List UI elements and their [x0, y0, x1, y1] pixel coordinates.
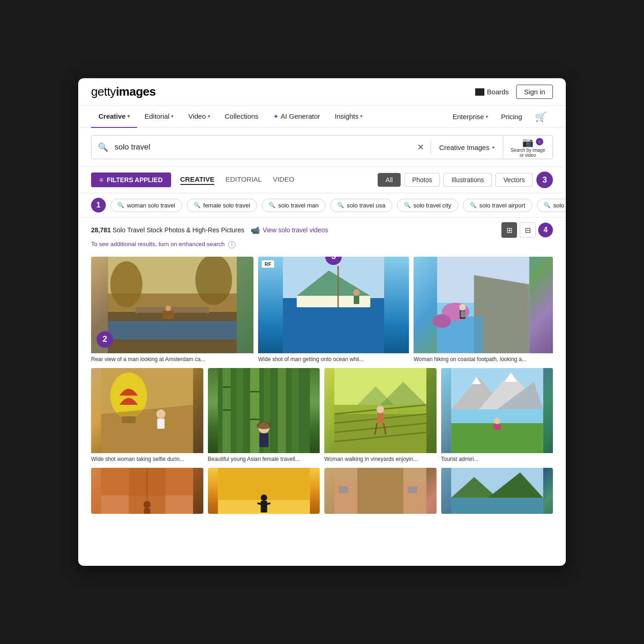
- chip-label: solo travel city: [414, 202, 451, 209]
- image-grid: 2 Rear view of a man looking at Amsterda…: [78, 252, 566, 528]
- camera-icon: 📷: [522, 137, 534, 148]
- nav-pricing-label: Pricing: [501, 113, 522, 121]
- filter-tab-creative[interactable]: CREATIVE: [180, 175, 215, 185]
- search-by-image-button[interactable]: ↑ 📷 Search by imageor video: [503, 135, 552, 159]
- notification-badge: ↑: [536, 138, 543, 145]
- grid-view-button[interactable]: ⊞: [501, 222, 517, 238]
- image-balloon[interactable]: Wide shot woman taking selfie durin...: [91, 368, 203, 463]
- suggestion-solo-travel-city[interactable]: 🔍 solo travel city: [397, 199, 458, 212]
- nav-insights[interactable]: Insights ▾: [328, 106, 370, 128]
- chevron-down-icon: ▾: [360, 114, 362, 119]
- suggestion-female-solo-travel[interactable]: 🔍 female solo travel: [187, 199, 257, 212]
- nav-ai-generator[interactable]: ✦ AI Generator: [266, 106, 328, 128]
- filter-tab-editorial[interactable]: EDITORIAL: [225, 175, 262, 185]
- image-alley[interactable]: [324, 468, 437, 514]
- image-boat[interactable]: RF 5 Similar images 🛒 + Save Wide shot o…: [258, 257, 409, 363]
- svg-rect-77: [260, 501, 267, 512]
- svg-point-44: [256, 422, 271, 429]
- street-svg: [91, 468, 203, 514]
- nav-editorial[interactable]: Editorial ▾: [137, 106, 181, 128]
- image-silhouette[interactable]: [208, 468, 320, 514]
- search-input[interactable]: [115, 143, 411, 152]
- info-icon[interactable]: i: [228, 241, 236, 248]
- image-row-2: Wide shot woman taking selfie durin...: [91, 368, 553, 463]
- silhouette-svg: [208, 468, 320, 514]
- chip-label: woman solo travel: [127, 202, 175, 209]
- type-all-button[interactable]: All: [378, 173, 401, 187]
- nav-pricing[interactable]: Pricing: [494, 106, 529, 128]
- image-coastal[interactable]: Woman hiking on coastal footpath, lookin…: [414, 257, 553, 363]
- enhanced-search-bar: To see additional results, turn on enhan…: [78, 240, 566, 252]
- signin-button[interactable]: Sign in: [516, 85, 553, 99]
- svg-rect-5: [108, 321, 237, 339]
- image-mountains[interactable]: Tourist admiri...: [441, 368, 553, 463]
- nav-creative[interactable]: Creative ▾: [91, 106, 137, 128]
- search-type-dropdown[interactable]: Creative Images ▾: [431, 144, 503, 151]
- image-amsterdam[interactable]: 2 Rear view of a man looking at Amsterda…: [91, 257, 253, 363]
- logo-bold: images: [116, 85, 156, 98]
- svg-rect-84: [339, 486, 348, 493]
- nav-video[interactable]: Video ▾: [181, 106, 217, 128]
- search-icon: 🔍: [337, 202, 344, 208]
- svg-rect-37: [277, 368, 286, 453]
- svg-rect-40: [222, 409, 230, 411]
- image-street[interactable]: [91, 468, 203, 514]
- type-filters: All Photos Illustrations Vectors 3: [378, 172, 553, 188]
- caption-boat: Wide shot of man getting onto ocean whil…: [258, 353, 409, 363]
- chevron-down-icon: ▾: [492, 145, 494, 150]
- type-photos-button[interactable]: Photos: [404, 173, 440, 187]
- results-count: 28,781 Solo Travel Stock Photos & High-R…: [91, 226, 244, 234]
- vineyard-svg: [324, 368, 437, 453]
- svg-rect-26: [461, 311, 466, 317]
- search-bar: 🔍 ✕ Creative Images ▾ ↑ 📷 Search by imag…: [91, 135, 553, 159]
- suggestion-solo-travel-man[interactable]: 🔍 solo travel man: [262, 199, 326, 212]
- image-vineyard[interactable]: Woman walking in vineyards enjoyin...: [324, 368, 437, 463]
- coastal-svg: [414, 257, 553, 353]
- svg-rect-81: [357, 468, 403, 514]
- svg-rect-41: [250, 391, 259, 392]
- annotation-4: 4: [538, 223, 553, 237]
- bamboo-svg: [208, 368, 320, 453]
- svg-rect-35: [250, 368, 259, 453]
- type-vectors-button[interactable]: Vectors: [495, 173, 533, 187]
- image-lake[interactable]: [441, 468, 553, 514]
- search-by-image-label: Search by imageor video: [511, 148, 545, 158]
- type-illustrations-button[interactable]: Illustrations: [443, 173, 492, 187]
- boards-label: Boards: [487, 88, 509, 96]
- search-icon: 🔍: [117, 202, 124, 208]
- annotation-3: 3: [536, 172, 553, 188]
- similar-images-button[interactable]: Similar images: [264, 343, 303, 350]
- chevron-down-icon: ▾: [127, 114, 130, 119]
- suggestion-solo-travel-airport[interactable]: 🔍 solo travel airport: [463, 199, 532, 212]
- nav-collections[interactable]: Collections: [218, 106, 266, 128]
- svg-point-30: [156, 409, 166, 419]
- cart-icon: 🛒: [535, 111, 546, 122]
- filter-tab-video[interactable]: VIDEO: [273, 175, 294, 185]
- enhanced-search-link[interactable]: To see additional results, turn on enhan…: [91, 241, 225, 247]
- save-label: + Save: [385, 343, 403, 350]
- suggestion-solo-travel[interactable]: 🔍 solo travel: [537, 199, 566, 212]
- svg-rect-39: [222, 386, 230, 388]
- caption-mountains: Tourist admiri...: [441, 453, 553, 463]
- chevron-down-icon: ▾: [208, 114, 210, 119]
- nav-video-label: Video: [188, 112, 206, 120]
- caption-coastal: Woman hiking on coastal footpath, lookin…: [414, 353, 553, 363]
- search-section: 🔍 ✕ Creative Images ▾ ↑ 📷 Search by imag…: [78, 128, 566, 167]
- filters-applied-button[interactable]: ≡ FILTERS APPLIED: [91, 172, 171, 187]
- image-bamboo[interactable]: Beautiful young Asian female travell...: [208, 368, 320, 463]
- clear-button[interactable]: ✕: [411, 142, 431, 152]
- filter-tabs: CREATIVE EDITORIAL VIDEO: [180, 175, 294, 185]
- boards-button[interactable]: Boards: [475, 88, 509, 96]
- svg-rect-34: [236, 368, 243, 453]
- nav-cart[interactable]: 🛒: [529, 106, 553, 128]
- nav-enterprise[interactable]: Enterprise ▾: [446, 106, 494, 128]
- mosaic-view-button[interactable]: ⊟: [520, 222, 535, 238]
- search-icon: 🔍: [470, 202, 477, 208]
- image-row-3: [91, 468, 553, 514]
- save-button[interactable]: 🛒 + Save: [375, 343, 403, 350]
- results-info: 28,781 Solo Travel Stock Photos & High-R…: [78, 218, 566, 240]
- video-link[interactable]: 📹 View solo travel videos: [251, 226, 328, 235]
- suggestions-bar: 1 🔍 woman solo travel 🔍 female solo trav…: [78, 193, 566, 218]
- suggestion-solo-travel-usa[interactable]: 🔍 solo travel usa: [330, 199, 392, 212]
- suggestion-woman-solo-travel[interactable]: 🔍 woman solo travel: [110, 199, 182, 212]
